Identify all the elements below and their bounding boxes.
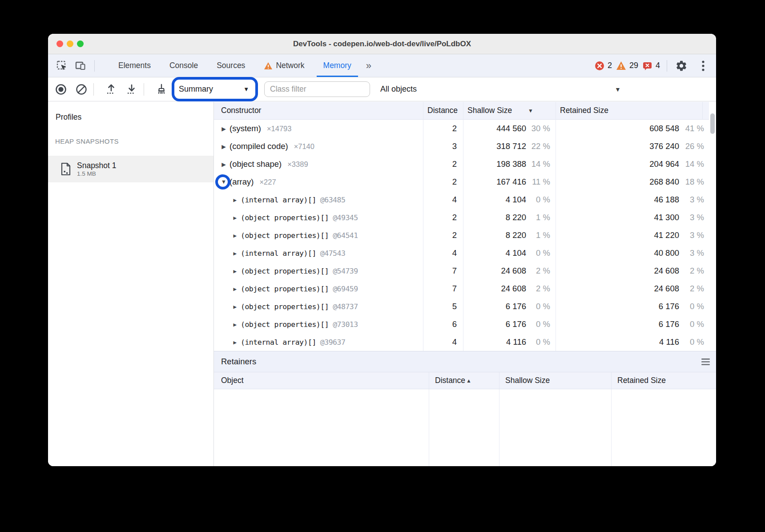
profile-view-select[interactable]: Summary ▼ [175, 81, 254, 97]
constructor-cell: ▶(object shape)×3389 [214, 155, 423, 173]
tab-elements[interactable]: Elements [109, 54, 160, 77]
load-profile-icon[interactable] [104, 82, 119, 97]
objects-filter-chevron-down-icon[interactable]: ▼ [615, 86, 621, 93]
expand-arrow-icon[interactable]: ▶ [231, 303, 238, 310]
snapshot-size: 1.5 MB [77, 170, 117, 177]
record-heap-snapshot-icon[interactable] [53, 82, 68, 97]
clear-profiles-icon[interactable] [74, 82, 89, 97]
class-filter-input[interactable] [264, 81, 370, 97]
settings-gear-icon[interactable] [674, 58, 689, 73]
vertical-scrollbar[interactable] [709, 102, 716, 351]
retained-size-cell: 24 608 [556, 284, 680, 294]
column-header-constructor[interactable]: Constructor [214, 102, 423, 119]
retainers-column-distance[interactable]: Distance ▲ [429, 372, 499, 389]
constructor-grid-header: Constructor Distance Shallow Size ▼ Reta… [214, 102, 716, 120]
chevron-down-icon: ▼ [243, 86, 249, 93]
window-title: DevTools - codepen.io/web-dot-dev/live/P… [48, 34, 716, 54]
console-errors-badge[interactable]: 2 [595, 61, 612, 71]
retained-percent-cell: 3 % [680, 213, 709, 222]
column-header-distance[interactable]: Distance [423, 102, 463, 119]
distance-cell: 4 [423, 337, 463, 347]
table-row[interactable]: ▶(object properties)[]@54739724 6082 %24… [214, 262, 709, 280]
table-row[interactable]: ▶(object properties)[]@4934528 2201 %41 … [214, 209, 709, 226]
sort-descending-icon: ▼ [528, 108, 533, 114]
constructor-cell: ▶(object properties)[]@54739 [214, 262, 423, 280]
object-id: @47543 [320, 249, 346, 258]
table-row[interactable]: ▶(object properties)[]@7301366 1760 %6 1… [214, 315, 709, 333]
device-toolbar-icon[interactable] [73, 58, 88, 73]
distance-cell: 5 [423, 302, 463, 311]
retainers-empty-body [214, 389, 716, 466]
table-row[interactable]: ▼(array)×2272167 41611 %268 84018 % [214, 173, 709, 191]
tab-console[interactable]: Console [160, 54, 207, 77]
inspect-element-icon[interactable] [54, 58, 69, 73]
memory-panel-content: Profiles HEAP SNAPSHOTS Snapshot 1 1.5 M [48, 102, 716, 466]
object-id: @64541 [333, 231, 358, 240]
shallow-percent-cell: 11 % [527, 177, 556, 187]
constructor-cell: ▶(internal array)[]@47543 [214, 244, 423, 262]
network-warning-icon [264, 62, 273, 70]
expand-arrow-icon[interactable]: ▶ [231, 197, 238, 203]
shallow-percent-cell: 0 % [527, 302, 556, 311]
distance-cell: 3 [423, 141, 463, 151]
retainers-column-object[interactable]: Object [214, 372, 429, 389]
expand-arrow-icon[interactable]: ▶ [231, 286, 238, 292]
constructor-name: (array) [230, 177, 254, 187]
collapse-arrow-icon[interactable]: ▼ [220, 179, 227, 185]
constructor-rows: ▶(system)×147932444 56030 %608 54841 %▶(… [214, 120, 709, 351]
shallow-size-cell: 167 416 [463, 177, 527, 187]
table-row[interactable]: ▶(internal array)[]@3963744 1160 %4 1160… [214, 333, 709, 351]
instance-count: ×227 [259, 178, 276, 186]
expand-arrow-icon[interactable]: ▶ [231, 250, 238, 257]
expand-arrow-icon[interactable]: ▶ [220, 125, 227, 132]
table-row[interactable]: ▶(compiled code)×71403318 71222 %376 240… [214, 137, 709, 155]
tab-sources[interactable]: Sources [207, 54, 254, 77]
constructor-cell: ▶(object properties)[]@69459 [214, 280, 423, 298]
expand-arrow-icon[interactable]: ▶ [231, 321, 238, 328]
retained-percent-cell: 2 % [680, 266, 709, 276]
scrollbar-thumb[interactable] [710, 113, 715, 134]
objects-filter-value[interactable]: All objects [380, 85, 417, 94]
tab-network[interactable]: Network [254, 54, 314, 77]
constructor-name: (object properties)[] [241, 267, 329, 275]
panel-tabs: Elements Console Sources Network Memory … [109, 54, 378, 77]
constructor-cell: ▶(internal array)[]@39637 [214, 333, 423, 351]
tabbar-left-icons [48, 54, 97, 77]
console-warnings-badge[interactable]: 29 [616, 61, 638, 70]
table-row[interactable]: ▶(object properties)[]@6454128 2201 %41 … [214, 226, 709, 244]
table-row[interactable]: ▶(system)×147932444 56030 %608 54841 % [214, 120, 709, 137]
column-header-retained-size[interactable]: Retained Size [556, 102, 702, 119]
issues-badge[interactable]: 4 [642, 61, 660, 71]
expand-arrow-icon[interactable]: ▶ [231, 268, 238, 274]
distance-cell: 2 [423, 177, 463, 187]
hamburger-menu-icon[interactable] [701, 359, 710, 365]
retainers-column-shallow-size[interactable]: Shallow Size [499, 372, 611, 389]
kebab-menu-icon[interactable] [697, 60, 710, 72]
column-header-shallow-size[interactable]: Shallow Size ▼ [463, 102, 556, 119]
table-row[interactable]: ▶(object properties)[]@69459724 6082 %24… [214, 280, 709, 298]
shallow-percent-cell: 22 % [527, 141, 556, 151]
table-row[interactable]: ▶(object properties)[]@4873756 1760 %6 1… [214, 298, 709, 315]
table-row[interactable]: ▶(internal array)[]@6348544 1040 %46 188… [214, 191, 709, 209]
expand-arrow-icon[interactable]: ▶ [231, 339, 238, 346]
table-row[interactable]: ▶(object shape)×33892198 38814 %204 9641… [214, 155, 709, 173]
grid-divider [611, 389, 612, 466]
table-row[interactable]: ▶(internal array)[]@4754344 1040 %40 800… [214, 244, 709, 262]
distance-cell: 4 [423, 195, 463, 205]
expand-arrow-icon[interactable]: ▶ [220, 161, 227, 168]
expand-arrow-icon[interactable]: ▶ [231, 232, 238, 239]
constructor-cell: ▶(object properties)[]@64541 [214, 226, 423, 244]
distance-cell: 2 [423, 230, 463, 240]
retained-percent-cell: 0 % [680, 302, 709, 311]
tab-memory[interactable]: Memory [314, 54, 361, 77]
retainers-column-retained-size[interactable]: Retained Size [611, 372, 716, 389]
clean-garbage-brush-icon[interactable] [154, 82, 169, 97]
shallow-percent-cell: 2 % [527, 284, 556, 294]
warning-icon [616, 61, 626, 70]
more-tabs-chevron-icon[interactable]: » [361, 54, 378, 77]
save-profile-icon[interactable] [124, 82, 139, 97]
shallow-percent-cell: 30 % [527, 124, 556, 133]
expand-arrow-icon[interactable]: ▶ [220, 143, 227, 150]
expand-arrow-icon[interactable]: ▶ [231, 214, 238, 221]
sidebar-item-snapshot-1[interactable]: Snapshot 1 1.5 MB [48, 156, 213, 182]
